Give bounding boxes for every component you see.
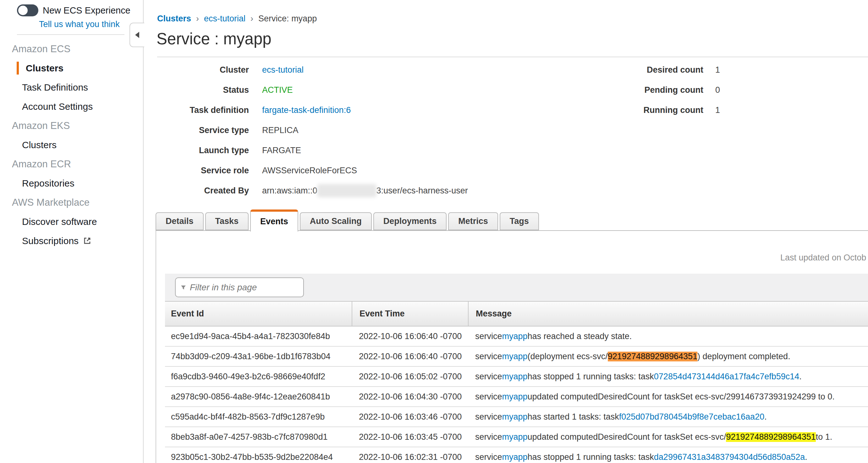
- sidebar-section-header: Amazon EKS: [0, 116, 143, 135]
- sidebar-item-task-definitions[interactable]: Task Definitions: [0, 78, 143, 97]
- message-link[interactable]: myapp: [502, 352, 528, 361]
- column-header-event-time: Event Time: [352, 302, 468, 326]
- count-field-label: Desired count: [613, 65, 703, 75]
- detail-field-row: Launch type FARGATE: [157, 140, 468, 161]
- last-updated-text: Last updated on Octob: [780, 253, 866, 263]
- detail-field-row: Service type REPLICA: [157, 120, 468, 140]
- event-message-cell: service myapp updated computedDesiredCou…: [468, 392, 868, 402]
- breadcrumb-item[interactable]: ecs-tutorial: [204, 14, 245, 24]
- new-ecs-experience-toggle[interactable]: [17, 4, 38, 17]
- feedback-link[interactable]: Tell us what you think: [39, 20, 120, 29]
- sidebar-item-label: Clusters: [22, 140, 57, 150]
- chevron-left-icon: [135, 32, 139, 38]
- message-text: service: [475, 392, 502, 402]
- detail-field-row: Cluster ecs-tutorial: [157, 60, 468, 80]
- event-row: 923b05c1-30b2-47bb-b535-9d2be22084e4 202…: [165, 447, 868, 463]
- detail-field-row: Status ACTIVE: [157, 80, 468, 100]
- message-text: service: [475, 372, 502, 381]
- event-id-cell: ec9e1d94-9aca-45b4-a4a1-7823030fe84b: [165, 331, 352, 341]
- event-id-cell: f6a9cdb3-9460-49e3-b2c6-98669e40fdf2: [165, 372, 352, 381]
- sidebar-item-clusters[interactable]: Clusters: [0, 135, 143, 154]
- event-row: 74bb3d09-c209-43a1-96be-1db1f6783b04 202…: [165, 347, 868, 367]
- detail-field-label: Launch type: [157, 146, 249, 155]
- detail-field-label: Cluster: [157, 65, 249, 75]
- toggle-knob-icon: [18, 6, 28, 15]
- detail-field-value[interactable]: ecs-tutorial: [249, 65, 304, 75]
- event-message-cell: service myapp has started 1 tasks: task …: [468, 412, 868, 422]
- column-header-event-id: Event Id: [165, 302, 352, 326]
- event-row: a2978c90-0856-4a8e-9f4c-12eae260841b 202…: [165, 387, 868, 407]
- message-link[interactable]: myapp: [502, 392, 528, 402]
- collapse-sidebar-button[interactable]: [129, 23, 144, 47]
- message-text: updated computedDesiredCount for taskSet…: [528, 432, 726, 442]
- event-message-cell: service myapp (deployment ecs-svc/921927…: [468, 352, 868, 361]
- tab-tags[interactable]: Tags: [500, 212, 539, 230]
- tab-metrics[interactable]: Metrics: [448, 212, 498, 230]
- event-id-cell: c595ad4c-bf4f-482b-8563-7df9c1287e9b: [165, 412, 352, 422]
- detail-field-row: Service role AWSServiceRoleForECS: [157, 161, 468, 180]
- event-time-cell: 2022-10-06 16:06:40 -0700: [352, 331, 468, 341]
- message-link[interactable]: myapp: [502, 372, 528, 381]
- sidebar-item-discover-software[interactable]: Discover software: [0, 212, 143, 231]
- service-details: Cluster ecs-tutorial Status ACTIVE Task …: [157, 60, 468, 201]
- sidebar-item-label: Clusters: [26, 63, 63, 74]
- tab-deployments[interactable]: Deployments: [373, 212, 447, 230]
- sidebar: New ECS Experience Tell us what you thin…: [0, 0, 144, 463]
- event-id-cell: a2978c90-0856-4a8e-9f4c-12eae260841b: [165, 392, 352, 402]
- event-row: c595ad4c-bf4f-482b-8563-7df9c1287e9b 202…: [165, 407, 868, 427]
- sidebar-section-header: Amazon ECR: [0, 154, 143, 174]
- detail-field-value: ACTIVE: [249, 85, 293, 95]
- event-time-cell: 2022-10-06 16:02:31 -0700: [352, 452, 468, 462]
- message-text: has reached a steady state.: [528, 331, 632, 341]
- message-text: .: [799, 372, 802, 381]
- message-highlight: 9219274889298964351: [726, 432, 815, 442]
- tab-details[interactable]: Details: [156, 212, 204, 230]
- detail-field-label: Service role: [157, 166, 249, 175]
- sidebar-item-label: Account Settings: [22, 101, 93, 112]
- events-table-body: ec9e1d94-9aca-45b4-a4a1-7823030fe84b 202…: [165, 326, 868, 463]
- message-text: (deployment ecs-svc/: [528, 352, 608, 361]
- sidebar-item-account-settings[interactable]: Account Settings: [0, 97, 143, 116]
- count-field-label: Running count: [613, 105, 703, 115]
- event-message-cell: service myapp has reached a steady state…: [468, 331, 868, 341]
- message-link[interactable]: 072854d473144d46a17fa4c7efb59c14: [654, 372, 799, 381]
- breadcrumb-item[interactable]: Clusters: [157, 14, 191, 24]
- filter-input[interactable]: [190, 278, 303, 297]
- sidebar-nav: Amazon ECS Clusters Task Definitions Acc…: [0, 39, 143, 250]
- message-text: service: [475, 432, 502, 442]
- tab-auto-scaling[interactable]: Auto Scaling: [300, 212, 372, 230]
- message-link[interactable]: myapp: [502, 412, 528, 422]
- event-row: f6a9cdb3-9460-49e3-b2c6-98669e40fdf2 202…: [165, 367, 868, 387]
- sidebar-item-subscriptions[interactable]: Subscriptions: [0, 231, 143, 250]
- message-text: .: [805, 452, 807, 462]
- sidebar-item-repositories[interactable]: Repositories: [0, 174, 143, 193]
- message-link[interactable]: myapp: [502, 432, 528, 442]
- tab-events[interactable]: Events: [250, 209, 298, 231]
- breadcrumb-separator-icon: ›: [250, 14, 253, 24]
- sidebar-section-header: AWS Marketplace: [0, 193, 143, 212]
- event-id-cell: 923b05c1-30b2-47bb-b535-9d2be22084e4: [165, 452, 352, 462]
- message-text: updated computedDesiredCount for taskSet…: [528, 392, 835, 402]
- message-text: service: [475, 331, 502, 341]
- detail-field-label: Created By: [157, 186, 249, 196]
- message-text: service: [475, 412, 502, 422]
- detail-field-row: Task definition fargate-task-definition:…: [157, 100, 468, 120]
- tab-tasks[interactable]: Tasks: [205, 212, 249, 230]
- detail-field-value: AWSServiceRoleForECS: [249, 166, 357, 175]
- message-link[interactable]: da29967431a3483794304d56d850a52a: [654, 452, 805, 462]
- message-text: service: [475, 352, 502, 361]
- event-time-cell: 2022-10-06 16:06:40 -0700: [352, 352, 468, 361]
- sidebar-item-label: Discover software: [22, 216, 97, 227]
- detail-field-value[interactable]: fargate-task-definition:6: [249, 105, 351, 115]
- sidebar-item-clusters[interactable]: Clusters: [0, 58, 143, 78]
- message-text: has stopped 1 running tasks: task: [528, 372, 654, 381]
- event-time-cell: 2022-10-06 16:04:30 -0700: [352, 392, 468, 402]
- tab-content-border-left: [156, 230, 156, 463]
- event-message-cell: service myapp has stopped 1 running task…: [468, 372, 868, 381]
- count-field-label: Pending count: [613, 85, 703, 95]
- message-link[interactable]: f025d07bd780454b9f8e7cebac16aa20: [619, 412, 764, 422]
- message-link[interactable]: myapp: [502, 452, 528, 462]
- event-message-cell: service myapp updated computedDesiredCou…: [468, 432, 868, 442]
- message-link[interactable]: myapp: [502, 331, 528, 341]
- detail-field-value: arn:aws:iam::03:user/ecs-harness-user: [249, 184, 468, 197]
